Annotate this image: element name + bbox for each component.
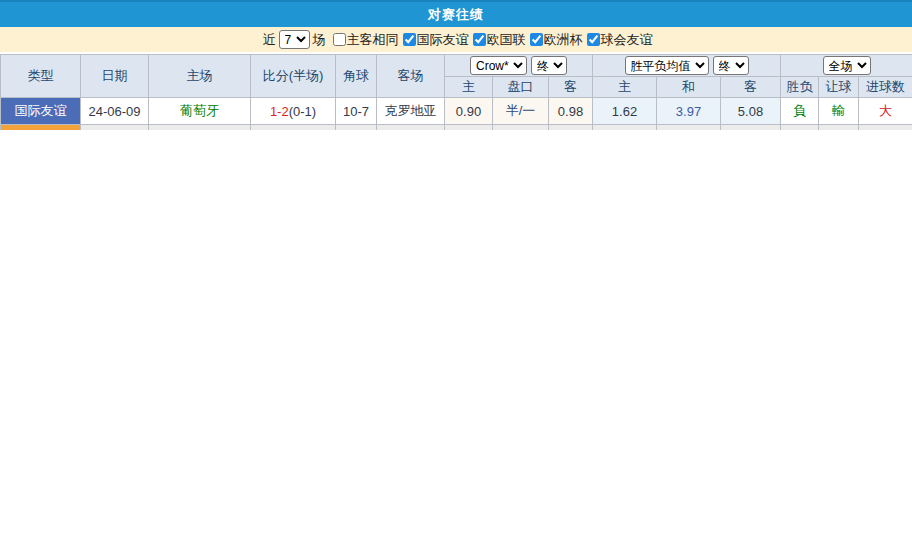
avg-away-cell: 5.08 <box>721 98 781 125</box>
col-header-odds-handicap: 盘口 <box>493 77 549 98</box>
odds-company-select[interactable]: Crow* <box>470 56 527 75</box>
partial-cell <box>251 125 336 130</box>
near-label: 近 <box>263 31 276 49</box>
avg-draw-cell: 3.97 <box>657 98 721 125</box>
avg-name-select[interactable]: 胜平负均值 <box>625 56 709 75</box>
filter-bar: 近 7 场 主客相同 国际友谊 欧国联 欧洲杯 球会友谊 <box>0 27 912 52</box>
score-cell: 1-2(0-1) <box>251 98 336 125</box>
nations-league-checkbox[interactable] <box>473 33 486 46</box>
same-venue-label: 主客相同 <box>347 31 399 49</box>
partial-next-row <box>1 125 912 130</box>
partial-cell <box>149 125 251 130</box>
table-row: 国际友谊 24-06-09 葡萄牙 1-2(0-1) 10-7 克罗地亚 0.9… <box>1 98 912 125</box>
odds-group-header: Crow* 终 <box>445 55 593 77</box>
euro-cup-checkbox[interactable] <box>530 33 543 46</box>
partial-cell <box>445 125 493 130</box>
match-type-cell[interactable]: 国际友谊 <box>1 98 81 125</box>
partial-cell <box>493 125 549 130</box>
odds-handicap-cell: 半/一 <box>493 98 549 125</box>
partial-cell <box>81 125 149 130</box>
avg-time-select[interactable]: 终 <box>713 56 749 75</box>
odds-away-cell: 0.98 <box>549 98 593 125</box>
same-venue-checkbox[interactable] <box>333 33 346 46</box>
col-header-corner: 角球 <box>336 55 377 98</box>
filter-checkbox-intl-friendly[interactable]: 国际友谊 <box>403 31 469 49</box>
partial-cell <box>859 125 912 130</box>
corner-cell: 10-7 <box>336 98 377 125</box>
col-header-result-goals: 进球数 <box>859 77 912 98</box>
partial-cell <box>549 125 593 130</box>
col-header-avg-home: 主 <box>593 77 657 98</box>
col-header-result-handicap: 让球 <box>819 77 859 98</box>
partial-cell <box>657 125 721 130</box>
partial-cell <box>336 125 377 130</box>
col-header-avg-draw: 和 <box>657 77 721 98</box>
col-header-result-wdl: 胜负 <box>781 77 819 98</box>
result-scope-select[interactable]: 全场 <box>823 56 871 75</box>
col-header-avg-away: 客 <box>721 77 781 98</box>
matches-label: 场 <box>313 31 326 49</box>
col-header-away: 客场 <box>377 55 445 98</box>
match-date-cell: 24-06-09 <box>81 98 149 125</box>
partial-cell <box>721 125 781 130</box>
odds-home-cell: 0.90 <box>445 98 493 125</box>
col-header-odds-home: 主 <box>445 77 493 98</box>
result-goals-cell: 大 <box>859 98 912 125</box>
intl-friendly-checkbox[interactable] <box>403 33 416 46</box>
avg-home-cell: 1.62 <box>593 98 657 125</box>
filter-checkbox-club-friendly[interactable]: 球会友谊 <box>587 31 653 49</box>
col-header-score: 比分(半场) <box>251 55 336 98</box>
home-team-cell: 葡萄牙 <box>149 98 251 125</box>
title-bar: 对赛往绩 <box>0 0 912 27</box>
result-group-header: 全场 <box>781 55 912 77</box>
filter-checkbox-nations-league[interactable]: 欧国联 <box>473 31 526 49</box>
partial-cell <box>819 125 859 130</box>
head-to-head-table: 类型 日期 主场 比分(半场) 角球 客场 Crow* 终 胜平负均值 <box>0 54 912 130</box>
partial-cell <box>377 125 445 130</box>
col-header-type: 类型 <box>1 55 81 98</box>
club-friendly-checkbox[interactable] <box>587 33 600 46</box>
result-handicap-cell: 輸 <box>819 98 859 125</box>
fulltime-score: 1-2 <box>270 104 289 119</box>
page: 对赛往绩 近 7 场 主客相同 国际友谊 欧国联 欧洲杯 球会友谊 <box>0 0 912 540</box>
partial-type-cell <box>1 125 81 130</box>
away-team-cell: 克罗地亚 <box>377 98 445 125</box>
halftime-score: (0-1) <box>289 104 316 119</box>
page-title: 对赛往绩 <box>428 6 484 24</box>
partial-cell <box>593 125 657 130</box>
col-header-home: 主场 <box>149 55 251 98</box>
nations-league-label: 欧国联 <box>487 31 526 49</box>
odds-time-select[interactable]: 终 <box>531 56 567 75</box>
result-wdl-cell: 負 <box>781 98 819 125</box>
filter-checkbox-same-venue[interactable]: 主客相同 <box>333 31 399 49</box>
col-header-odds-away: 客 <box>549 77 593 98</box>
col-header-date: 日期 <box>81 55 149 98</box>
avg-group-header: 胜平负均值 终 <box>593 55 781 77</box>
match-count-select[interactable]: 7 <box>279 30 310 49</box>
euro-cup-label: 欧洲杯 <box>544 31 583 49</box>
intl-friendly-label: 国际友谊 <box>417 31 469 49</box>
club-friendly-label: 球会友谊 <box>601 31 653 49</box>
partial-cell <box>781 125 819 130</box>
filter-checkbox-euro-cup[interactable]: 欧洲杯 <box>530 31 583 49</box>
